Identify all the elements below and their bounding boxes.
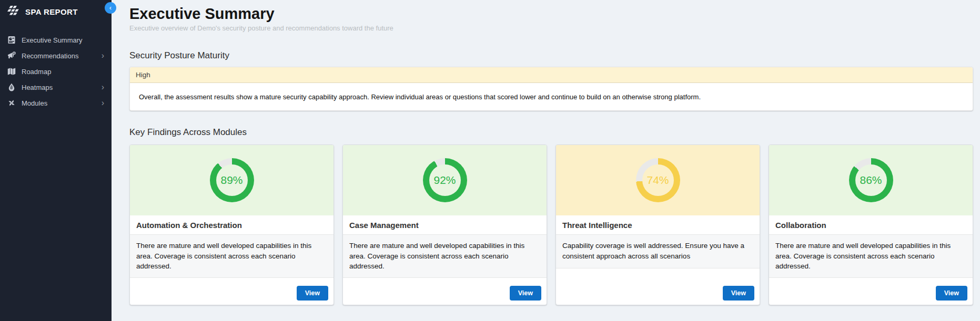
brand-title: SPA REPORT [25, 7, 78, 16]
page-subtitle: Executive overview of Demo's security po… [129, 24, 973, 32]
finding-title: Automation & Orchestration [130, 215, 334, 235]
donut-chart: 86% [769, 145, 973, 215]
sidebar-item-label: Roadmap [22, 68, 51, 76]
donut-ring: 74% [636, 158, 680, 202]
donut-percent-label: 89% [220, 174, 243, 187]
finding-title: Threat Intelligence [556, 215, 760, 235]
maturity-level-badge: High [130, 67, 973, 83]
view-button[interactable]: View [723, 286, 754, 301]
sidebar: SPA REPORT ‹ Executive Summary [0, 0, 112, 321]
finding-description: There are mature and well developed capa… [130, 235, 334, 278]
finding-description: There are mature and well developed capa… [343, 235, 547, 278]
chevron-right-icon: › [102, 51, 104, 60]
finding-card-footer: View [556, 268, 760, 305]
droplet-icon [7, 83, 16, 91]
map-icon [7, 67, 16, 76]
sidebar-collapse-toggle[interactable]: ‹ [105, 2, 116, 14]
chevron-right-icon: › [102, 83, 104, 91]
view-button[interactable]: View [510, 286, 541, 301]
donut-percent-label: 74% [646, 174, 669, 187]
sidebar-item-executive-summary[interactable]: Executive Summary [0, 32, 112, 48]
finding-card-automation-orchestration: 89% Automation & Orchestration There are… [129, 144, 334, 305]
sidebar-item-label: Heatmaps [22, 84, 53, 91]
donut-percent-label: 92% [433, 174, 456, 187]
finding-card-case-management: 92% Case Management There are mature and… [342, 144, 547, 305]
view-button[interactable]: View [297, 286, 328, 301]
finding-card-threat-intelligence: 74% Threat Intelligence Capability cover… [555, 144, 760, 305]
main-content: Executive Summary Executive overview of … [112, 0, 980, 321]
finding-title: Case Management [343, 215, 547, 235]
findings-cards: 89% Automation & Orchestration There are… [129, 144, 973, 305]
finding-description: There are mature and well developed capa… [769, 235, 973, 278]
sidebar-item-heatmaps[interactable]: Heatmaps › [0, 79, 112, 95]
megaphone-icon [7, 51, 16, 60]
finding-title: Collaboration [769, 215, 973, 235]
view-button[interactable]: View [936, 286, 967, 301]
report-icon [7, 36, 16, 44]
page-title: Executive Summary [129, 5, 973, 23]
sidebar-item-recommendations[interactable]: Recommendations › [0, 48, 112, 64]
donut-chart: 89% [130, 145, 334, 215]
finding-card-footer: View [769, 278, 973, 305]
donut-chart: 92% [343, 145, 547, 215]
donut-ring: 92% [423, 158, 467, 202]
sidebar-item-label: Recommendations [22, 52, 78, 60]
brand-logo-icon [7, 6, 20, 17]
sidebar-item-label: Executive Summary [22, 36, 83, 44]
maturity-section-title: Security Posture Maturity [129, 50, 973, 61]
brand: SPA REPORT [0, 0, 112, 23]
donut-percent-label: 86% [860, 174, 882, 187]
donut-ring: 86% [849, 158, 893, 202]
findings-section-title: Key Findings Across Modules [129, 127, 973, 138]
pinwheel-icon [7, 99, 16, 107]
sidebar-item-roadmap[interactable]: Roadmap [0, 64, 112, 79]
finding-card-footer: View [130, 278, 334, 305]
sidebar-item-label: Modules [22, 99, 47, 107]
finding-card-collaboration: 86% Collaboration There are mature and w… [769, 144, 973, 305]
donut-ring: 89% [210, 158, 254, 202]
sidebar-item-modules[interactable]: Modules › [0, 95, 112, 111]
sidebar-nav: Executive Summary Recommendations › [0, 32, 112, 111]
finding-description: Capability coverage is well addressed. E… [556, 235, 760, 268]
finding-card-footer: View [343, 278, 547, 305]
maturity-card: High Overall, the assessment results sho… [129, 67, 973, 111]
chevron-right-icon: › [102, 99, 104, 107]
donut-chart: 74% [556, 145, 760, 215]
maturity-description: Overall, the assessment results show a m… [130, 83, 973, 110]
